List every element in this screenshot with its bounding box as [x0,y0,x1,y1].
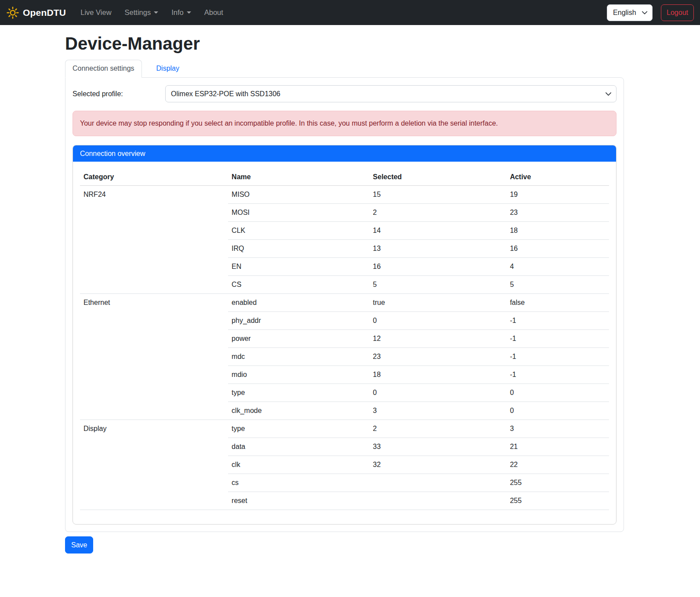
name-cell: enabled [228,294,369,312]
tab-bar: Connection settings Display [65,60,624,77]
name-cell: power [228,330,369,348]
nav-item-about[interactable]: About [198,5,230,20]
selected-cell [370,474,507,492]
nav-item-info[interactable]: Info [165,5,198,20]
active-cell: 16 [506,240,609,258]
selected-cell: 33 [370,438,507,456]
nav-item-live-view[interactable]: Live View [74,5,118,20]
main-container: Device-Manager Connection settings Displ… [65,33,624,554]
name-cell: MOSI [228,204,369,222]
active-cell: 3 [506,420,609,438]
nav-item-settings[interactable]: Settings [118,5,165,20]
navbar-right: English Logout [607,4,694,21]
category-cell: Display [80,420,228,510]
column-header-active: Active [506,169,609,186]
sun-icon [6,6,19,19]
connection-table: Category Name Selected Active NRF24MISO1… [80,169,609,510]
page-title: Device-Manager [65,33,624,54]
selected-cell: 14 [370,222,507,240]
selected-cell: 13 [370,240,507,258]
active-cell: 19 [506,186,609,204]
table-row: Displaytype23 [80,420,609,438]
tab-panel: Selected profile: Olimex ESP32-POE with … [65,77,624,532]
active-cell: 255 [506,492,609,510]
active-cell: 22 [506,456,609,474]
name-cell: data [228,438,369,456]
name-cell: type [228,420,369,438]
name-cell: clk_mode [228,402,369,420]
tab-connection-settings[interactable]: Connection settings [65,60,142,78]
selected-cell: 15 [370,186,507,204]
brand-title: OpenDTU [23,7,66,18]
chevron-down-icon [154,11,158,14]
name-cell: IRQ [228,240,369,258]
nav-item-label: Info [171,8,184,17]
selected-cell: 16 [370,258,507,276]
selected-cell: 2 [370,420,507,438]
category-cell: NRF24 [80,186,228,294]
selected-cell: 0 [370,312,507,330]
name-cell: MISO [228,186,369,204]
category-cell: Ethernet [80,294,228,420]
active-cell: 4 [506,258,609,276]
selected-cell: true [370,294,507,312]
name-cell: cs [228,474,369,492]
profile-select[interactable]: Olimex ESP32-POE with SSD1306 [165,85,617,102]
active-cell: -1 [506,312,609,330]
active-cell: 5 [506,276,609,294]
column-header-selected: Selected [370,169,507,186]
selected-cell [370,492,507,510]
selected-cell: 5 [370,276,507,294]
active-cell: 0 [506,402,609,420]
table-header-row: Category Name Selected Active [80,169,609,186]
active-cell: 255 [506,474,609,492]
chevron-down-icon [187,11,191,14]
selected-cell: 0 [370,384,507,402]
selected-cell: 12 [370,330,507,348]
name-cell: CLK [228,222,369,240]
name-cell: mdio [228,366,369,384]
active-cell: -1 [506,366,609,384]
language-select-wrap: English [607,4,653,21]
card-header: Connection overview [73,145,616,162]
nav-links: Live View Settings Info About [74,5,230,20]
language-select[interactable]: English [607,4,653,21]
name-cell: type [228,384,369,402]
name-cell: EN [228,258,369,276]
connection-overview-card: Connection overview Category Name Select… [73,145,617,525]
column-header-category: Category [80,169,228,186]
table-body: NRF24MISO1519MOSI223CLK1418IRQ1316EN164C… [80,186,609,510]
name-cell: mdc [228,348,369,366]
nav-item-label: About [204,8,223,17]
active-cell: 0 [506,384,609,402]
active-cell: -1 [506,330,609,348]
active-cell: 18 [506,222,609,240]
profile-select-wrap: Olimex ESP32-POE with SSD1306 [165,85,617,102]
name-cell: reset [228,492,369,510]
active-cell: false [506,294,609,312]
name-cell: clk [228,456,369,474]
save-button[interactable]: Save [65,536,93,554]
table-row: Ethernetenabledtruefalse [80,294,609,312]
name-cell: phy_addr [228,312,369,330]
profile-row: Selected profile: Olimex ESP32-POE with … [73,85,617,102]
selected-cell: 23 [370,348,507,366]
selected-cell: 2 [370,204,507,222]
column-header-name: Name [228,169,369,186]
card-body: Category Name Selected Active NRF24MISO1… [73,162,616,524]
tab-display[interactable]: Display [149,60,187,77]
incompatible-profile-alert: Your device may stop responding if you s… [73,111,617,136]
name-cell: CS [228,276,369,294]
profile-label: Selected profile: [73,90,165,98]
table-row: NRF24MISO1519 [80,186,609,204]
nav-item-label: Settings [125,8,151,17]
logout-button[interactable]: Logout [661,4,694,21]
active-cell: -1 [506,348,609,366]
selected-cell: 18 [370,366,507,384]
navbar: OpenDTU Live View Settings Info About En… [0,0,700,25]
nav-item-label: Live View [80,8,111,17]
active-cell: 23 [506,204,609,222]
active-cell: 21 [506,438,609,456]
selected-cell: 3 [370,402,507,420]
brand-link[interactable]: OpenDTU [6,6,66,19]
